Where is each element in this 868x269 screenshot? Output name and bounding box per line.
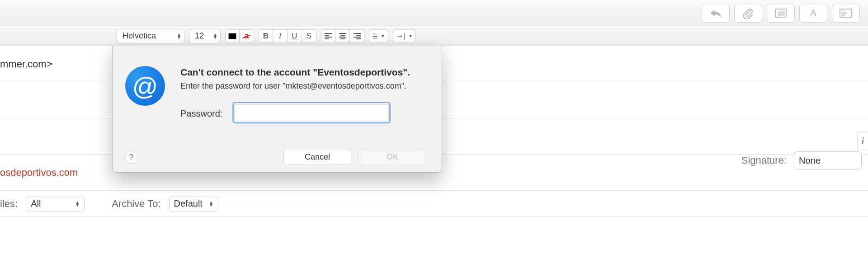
list-group: ☰ ▼ [369, 29, 388, 43]
photo-icon [840, 9, 852, 18]
password-label: Password: [180, 109, 222, 119]
underline-button[interactable]: U [288, 29, 302, 43]
align-center-button[interactable] [335, 29, 350, 43]
font-size-select[interactable]: 12 ▲▼ [189, 29, 221, 43]
alignment-group [321, 29, 364, 43]
reply-button[interactable] [702, 4, 730, 23]
reply-to-address-fragment: osdeportivos.com [0, 167, 78, 179]
stationery-icon [775, 9, 787, 18]
rules-select[interactable]: All ▲▼ [26, 196, 85, 212]
text-highlight-button[interactable]: a [240, 29, 254, 43]
signature-select[interactable]: None [794, 151, 862, 170]
strikethrough-button[interactable]: S [302, 29, 316, 43]
chevron-down-icon: ▼ [381, 33, 385, 38]
text-color-button[interactable] [225, 29, 240, 43]
font-size-value: 12 [195, 31, 204, 41]
reply-icon [709, 8, 722, 18]
align-right-icon [354, 33, 361, 39]
indent-button[interactable]: →| ▼ [393, 29, 416, 43]
ok-button-label: OK [387, 152, 398, 162]
indent-group: →| ▼ [393, 29, 416, 43]
italic-button[interactable]: I [273, 29, 288, 43]
align-right-button[interactable] [350, 29, 364, 43]
ok-button[interactable]: OK [359, 149, 426, 165]
align-left-icon [325, 33, 332, 39]
edge-indicator[interactable]: i [857, 132, 868, 150]
media-browser-button[interactable] [832, 4, 860, 23]
dialog-title: Can't connect to the account "Eventosdep… [180, 67, 410, 78]
help-icon: ? [129, 153, 133, 162]
fonts-icon: A [809, 7, 817, 19]
updown-icon: ▲▼ [213, 33, 217, 39]
rules-row: iles: All ▲▼ Archive To: Default ▲▼ [0, 191, 868, 217]
cancel-button[interactable]: Cancel [283, 149, 351, 165]
rules-label-fragment: iles: [0, 198, 18, 210]
align-center-icon [339, 33, 346, 39]
dialog-message: Enter the password for user "mktest@even… [180, 81, 406, 91]
paperclip-icon [743, 7, 754, 19]
attach-button[interactable] [734, 4, 762, 23]
list-icon: ☰ [372, 33, 378, 40]
chevron-down-icon: ▼ [408, 33, 413, 38]
at-sign-icon: @ [125, 66, 165, 106]
format-toolbar: Helvetica ▲▼ 12 ▲▼ a B I U S ☰ ▼ →| ▼ [0, 26, 868, 46]
rules-value: All [31, 198, 41, 209]
updown-icon: ▲▼ [209, 201, 213, 207]
font-family-value: Helvetica [123, 31, 156, 41]
signature-area: Signature: None [741, 151, 862, 170]
color-group: a [225, 29, 254, 43]
window-titlebar: A [0, 0, 868, 26]
updown-icon: ▲▼ [177, 33, 181, 39]
info-icon: i [862, 136, 864, 146]
strike-a-icon: a [244, 31, 249, 41]
archive-to-select[interactable]: Default ▲▼ [169, 196, 218, 212]
to-address-fragment: mmer.com> [0, 58, 52, 70]
updown-icon: ▲▼ [75, 201, 80, 207]
indent-icon: →| [396, 32, 406, 41]
fonts-panel-button[interactable]: A [799, 4, 827, 23]
archive-to-label: Archive To: [112, 198, 160, 210]
style-group: B I U S [259, 29, 316, 43]
bold-button[interactable]: B [259, 29, 273, 43]
signature-label: Signature: [741, 155, 787, 166]
password-dialog: @ Can't connect to the account "Eventosd… [112, 46, 442, 173]
align-left-button[interactable] [321, 29, 335, 43]
help-button[interactable]: ? [124, 151, 138, 164]
list-style-button[interactable]: ☰ ▼ [369, 29, 388, 43]
signature-value: None [799, 156, 821, 166]
color-swatch-icon [228, 33, 236, 39]
password-input[interactable] [235, 104, 388, 121]
archive-to-value: Default [174, 198, 203, 209]
cancel-button-label: Cancel [305, 152, 330, 162]
markup-button[interactable] [767, 4, 795, 23]
font-family-select[interactable]: Helvetica ▲▼ [117, 29, 184, 43]
